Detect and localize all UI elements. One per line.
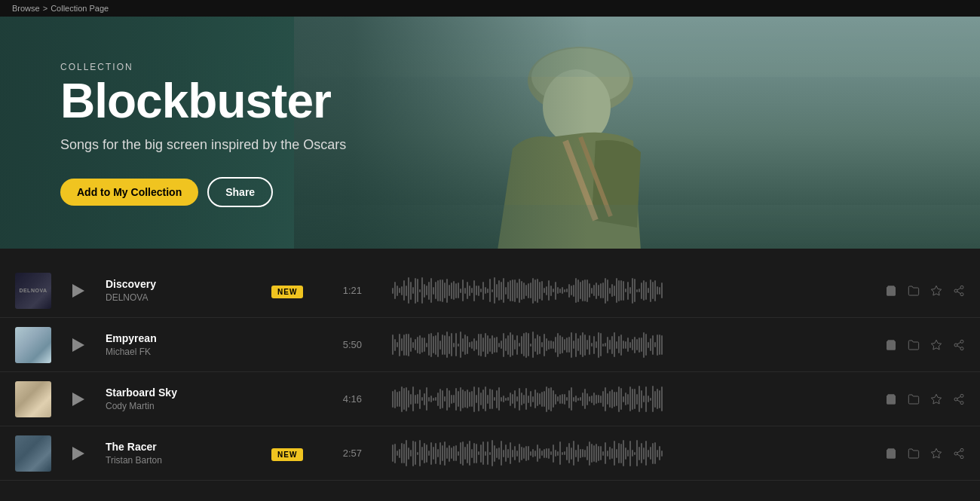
- waveform-bar: [648, 450, 649, 457]
- waveform[interactable]: [392, 276, 870, 306]
- play-button[interactable]: [63, 331, 90, 359]
- play-button[interactable]: [63, 440, 90, 467]
- waveform-bar: [410, 338, 412, 352]
- waveform[interactable]: [392, 384, 870, 414]
- waveform-bar: [596, 341, 597, 348]
- waveform-bar: [564, 289, 565, 292]
- waveform-bar: [596, 444, 597, 463]
- waveform-bar: [639, 386, 640, 412]
- waveform-bar: [559, 395, 561, 404]
- waveform-bar: [394, 444, 396, 463]
- waveform-bar: [659, 390, 660, 408]
- waveform-bar: [421, 447, 423, 460]
- play-button[interactable]: [63, 386, 90, 413]
- waveform-bar: [421, 277, 423, 304]
- waveform-bar: [555, 394, 556, 405]
- waveform-bar: [516, 451, 518, 457]
- folder-icon[interactable]: [908, 285, 920, 297]
- waveform-bar: [584, 335, 586, 356]
- waveform-bar: [620, 335, 622, 356]
- waveform-bar: [634, 389, 635, 409]
- waveform-bar: [471, 391, 473, 407]
- waveform-bar: [643, 448, 645, 460]
- waveform-bar: [650, 447, 651, 460]
- waveform-bar: [523, 283, 525, 299]
- star-icon[interactable]: [930, 448, 942, 460]
- waveform-bar: [623, 281, 624, 301]
- waveform-bar: [492, 289, 493, 292]
- waveform-bar: [496, 284, 498, 298]
- folder-icon[interactable]: [908, 339, 920, 351]
- waveform-bar: [392, 444, 394, 462]
- track-thumbnail: DELNOVA: [15, 273, 51, 309]
- waveform-bar: [439, 389, 441, 409]
- waveform-bar: [530, 344, 531, 347]
- waveform-bar: [566, 289, 568, 292]
- waveform-bar: [530, 391, 531, 407]
- star-icon[interactable]: [930, 285, 942, 297]
- waveform-bar: [625, 393, 626, 405]
- share-icon[interactable]: [953, 339, 965, 351]
- waveform-bar: [462, 338, 464, 352]
- waveform-bar: [460, 289, 461, 293]
- svg-marker-30: [931, 448, 941, 458]
- hero-collection-label: COLLECTION: [60, 62, 346, 72]
- track-artist: DELNOVA: [106, 292, 256, 303]
- waveform-bar: [650, 338, 651, 351]
- share-icon[interactable]: [953, 393, 965, 405]
- waveform-bar: [598, 446, 599, 461]
- waveform-bar: [455, 333, 457, 356]
- waveform-bar: [489, 279, 491, 302]
- waveform-bar: [503, 396, 504, 402]
- waveform-bar: [591, 343, 593, 347]
- cart-icon[interactable]: [885, 448, 897, 460]
- star-icon[interactable]: [930, 393, 942, 405]
- cart-icon[interactable]: [885, 339, 897, 351]
- nav-browse[interactable]: Browse: [12, 4, 40, 13]
- cart-icon[interactable]: [885, 393, 897, 405]
- waveform-bar: [471, 288, 473, 293]
- share-button[interactable]: Share: [207, 177, 273, 207]
- svg-point-25: [954, 398, 957, 401]
- waveform-bar: [494, 338, 495, 353]
- waveform-bar: [548, 280, 550, 301]
- waveform-bar: [584, 389, 586, 409]
- waveform-bar: [519, 279, 520, 303]
- star-icon[interactable]: [930, 339, 942, 351]
- waveform-bar: [575, 278, 577, 303]
- waveform-bar: [419, 289, 421, 292]
- waveform-bar: [568, 337, 570, 353]
- waveform-bar: [573, 285, 574, 297]
- waveform-bar: [489, 452, 491, 455]
- waveform-bar: [593, 393, 595, 405]
- waveform-bar: [534, 280, 536, 301]
- nav-collection-page[interactable]: Collection Page: [51, 4, 109, 13]
- share-icon[interactable]: [953, 285, 965, 297]
- waveform[interactable]: [392, 438, 870, 469]
- waveform-bar: [654, 391, 656, 408]
- waveform-bar: [607, 393, 608, 405]
- waveform-bar: [634, 337, 635, 353]
- share-icon[interactable]: [953, 448, 965, 460]
- waveform-bar: [430, 278, 432, 303]
- folder-icon[interactable]: [908, 448, 920, 460]
- waveform-bar: [641, 390, 642, 408]
- waveform-bar: [534, 338, 536, 352]
- folder-icon[interactable]: [908, 393, 920, 405]
- play-button[interactable]: [63, 277, 90, 304]
- new-badge: NEW: [271, 286, 303, 298]
- waveform[interactable]: [392, 330, 870, 360]
- waveform-bar: [596, 395, 597, 404]
- track-actions: [885, 285, 965, 297]
- cart-icon[interactable]: [885, 285, 897, 297]
- track-actions: [885, 393, 965, 405]
- waveform-bar: [498, 387, 500, 411]
- waveform-bar: [616, 341, 617, 349]
- waveform-bar: [571, 387, 572, 411]
- waveform-bar: [609, 391, 611, 408]
- waveform-bar: [460, 331, 461, 358]
- waveform-bar: [562, 452, 563, 455]
- waveform-bar: [412, 441, 414, 466]
- waveform-bar: [573, 397, 574, 402]
- add-to-collection-button[interactable]: Add to My Collection: [60, 179, 198, 206]
